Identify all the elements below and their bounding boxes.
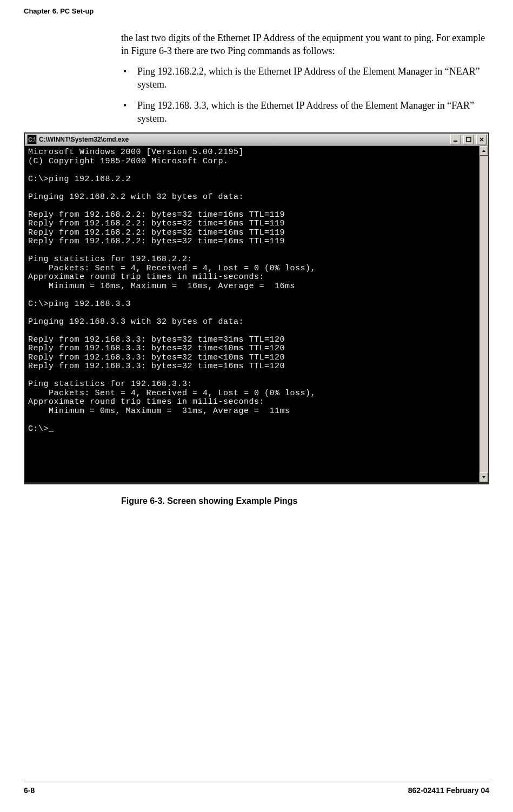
terminal-body: Microsoft Windows 2000 [Version 5.00.219… xyxy=(25,146,488,482)
svg-marker-5 xyxy=(482,476,485,478)
body-column: the last two digits of the Ethernet IP A… xyxy=(121,31,489,125)
bullet-list: Ping 192.168.2.2, which is the Ethernet … xyxy=(121,65,489,125)
terminal-output: Microsoft Windows 2000 [Version 5.00.219… xyxy=(25,146,479,482)
svg-rect-0 xyxy=(454,141,457,142)
window-buttons xyxy=(449,135,488,144)
system-menu-icon: C:\ xyxy=(27,135,37,144)
close-button[interactable] xyxy=(476,135,487,144)
window-frame: C:\ C:\WINNT\System32\cmd.exe xyxy=(24,132,489,484)
minimize-button[interactable] xyxy=(450,135,461,144)
document-page: Chapter 6. PC Set-up the last two digits… xyxy=(0,0,513,812)
svg-rect-1 xyxy=(467,137,471,142)
page-footer: 6-8 862-02411 February 04 xyxy=(24,782,489,796)
intro-paragraph: the last two digits of the Ethernet IP A… xyxy=(121,31,489,58)
minimize-icon xyxy=(453,137,458,142)
scroll-up-button[interactable] xyxy=(479,146,488,156)
vertical-scrollbar[interactable] xyxy=(479,146,488,482)
terminal-screenshot: C:\ C:\WINNT\System32\cmd.exe xyxy=(24,132,489,484)
bullet-item: Ping 192.168.2.2, which is the Ethernet … xyxy=(121,65,489,91)
chevron-up-icon xyxy=(482,149,486,153)
window-titlebar: C:\ C:\WINNT\System32\cmd.exe xyxy=(25,134,488,146)
svg-marker-4 xyxy=(482,150,485,152)
running-header: Chapter 6. PC Set-up xyxy=(24,6,489,16)
maximize-button[interactable] xyxy=(463,135,474,144)
footer-page-number: 6-8 xyxy=(24,786,35,796)
scroll-down-button[interactable] xyxy=(479,472,488,482)
chevron-down-icon xyxy=(482,475,486,480)
maximize-icon xyxy=(466,137,471,142)
close-icon xyxy=(479,137,484,142)
footer-doc-id: 862-02411 February 04 xyxy=(408,786,489,796)
window-title: C:\WINNT\System32\cmd.exe xyxy=(39,135,449,144)
figure-caption: Figure 6-3. Screen showing Example Pings xyxy=(121,495,489,507)
bullet-item: Ping 192.168. 3.3, which is the Ethernet… xyxy=(121,99,489,125)
